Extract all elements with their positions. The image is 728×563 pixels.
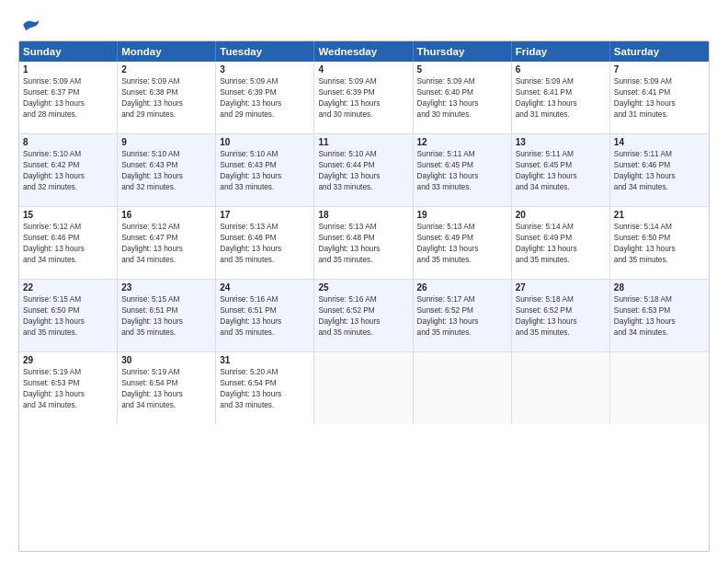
day-number: 7: [614, 64, 705, 75]
calendar-cell: 18Sunrise: 5:13 AM Sunset: 6:48 PM Dayli…: [314, 207, 413, 279]
day-number: 24: [220, 282, 310, 293]
calendar-cell: 2Sunrise: 5:09 AM Sunset: 6:38 PM Daylig…: [118, 62, 216, 133]
calendar-header-day: Sunday: [19, 41, 118, 62]
day-number: 4: [318, 64, 408, 75]
calendar-cell-empty: [414, 352, 512, 424]
day-number: 20: [516, 210, 606, 220]
calendar-cell: 30Sunrise: 5:19 AM Sunset: 6:54 PM Dayli…: [118, 352, 216, 424]
calendar-cell: 28Sunrise: 5:18 AM Sunset: 6:53 PM Dayli…: [610, 280, 709, 351]
calendar-cell: 7Sunrise: 5:09 AM Sunset: 6:41 PM Daylig…: [610, 62, 709, 133]
header: [18, 17, 710, 33]
day-number: 15: [23, 210, 113, 220]
day-number: 30: [121, 355, 211, 365]
day-number: 10: [220, 137, 310, 147]
calendar-cell: 16Sunrise: 5:12 AM Sunset: 6:47 PM Dayli…: [118, 207, 216, 279]
calendar-cell: 29Sunrise: 5:19 AM Sunset: 6:53 PM Dayli…: [19, 352, 118, 424]
calendar-cell: 12Sunrise: 5:11 AM Sunset: 6:45 PM Dayli…: [414, 134, 512, 206]
day-number: 14: [614, 137, 705, 147]
day-info: Sunrise: 5:13 AM Sunset: 6:48 PM Dayligh…: [220, 221, 310, 265]
day-number: 13: [516, 137, 606, 147]
day-number: 29: [23, 355, 113, 365]
calendar-body: 1Sunrise: 5:09 AM Sunset: 6:37 PM Daylig…: [19, 62, 709, 424]
day-info: Sunrise: 5:12 AM Sunset: 6:46 PM Dayligh…: [23, 221, 113, 265]
page: SundayMondayTuesdayWednesdayThursdayFrid…: [0, 0, 728, 563]
day-number: 22: [23, 282, 113, 293]
day-number: 3: [220, 64, 310, 75]
calendar-cell: 31Sunrise: 5:20 AM Sunset: 6:54 PM Dayli…: [216, 352, 314, 424]
logo: [18, 17, 40, 33]
day-number: 11: [318, 137, 408, 147]
day-info: Sunrise: 5:13 AM Sunset: 6:48 PM Dayligh…: [318, 221, 408, 265]
calendar-week-row: 15Sunrise: 5:12 AM Sunset: 6:46 PM Dayli…: [19, 207, 709, 280]
day-number: 12: [417, 137, 507, 147]
day-info: Sunrise: 5:11 AM Sunset: 6:46 PM Dayligh…: [614, 148, 705, 192]
day-info: Sunrise: 5:09 AM Sunset: 6:37 PM Dayligh…: [23, 75, 113, 120]
calendar-header: SundayMondayTuesdayWednesdayThursdayFrid…: [19, 41, 709, 62]
day-info: Sunrise: 5:09 AM Sunset: 6:39 PM Dayligh…: [318, 75, 408, 120]
day-info: Sunrise: 5:14 AM Sunset: 6:50 PM Dayligh…: [614, 221, 705, 265]
calendar-header-day: Tuesday: [216, 41, 314, 62]
calendar-cell: 19Sunrise: 5:13 AM Sunset: 6:49 PM Dayli…: [414, 207, 512, 279]
day-number: 21: [614, 210, 705, 220]
calendar-cell-empty: [512, 352, 610, 424]
day-number: 25: [318, 282, 408, 293]
calendar-cell-empty: [314, 352, 413, 424]
calendar-header-day: Thursday: [414, 41, 512, 62]
calendar-week-row: 29Sunrise: 5:19 AM Sunset: 6:53 PM Dayli…: [19, 352, 709, 424]
day-info: Sunrise: 5:09 AM Sunset: 6:41 PM Dayligh…: [516, 75, 606, 120]
day-info: Sunrise: 5:20 AM Sunset: 6:54 PM Dayligh…: [220, 366, 310, 410]
day-number: 28: [614, 282, 705, 293]
day-number: 6: [516, 64, 606, 75]
day-info: Sunrise: 5:10 AM Sunset: 6:42 PM Dayligh…: [23, 148, 113, 192]
day-number: 18: [318, 210, 408, 220]
day-number: 23: [121, 282, 211, 293]
day-number: 2: [121, 64, 211, 75]
calendar-cell: 5Sunrise: 5:09 AM Sunset: 6:40 PM Daylig…: [414, 62, 512, 133]
day-number: 8: [23, 137, 113, 147]
calendar-cell: 3Sunrise: 5:09 AM Sunset: 6:39 PM Daylig…: [216, 62, 314, 133]
calendar-cell: 27Sunrise: 5:18 AM Sunset: 6:52 PM Dayli…: [512, 280, 610, 351]
calendar-cell: 11Sunrise: 5:10 AM Sunset: 6:44 PM Dayli…: [314, 134, 413, 206]
day-info: Sunrise: 5:12 AM Sunset: 6:47 PM Dayligh…: [121, 221, 211, 265]
day-info: Sunrise: 5:10 AM Sunset: 6:44 PM Dayligh…: [318, 148, 408, 192]
day-number: 17: [220, 210, 310, 220]
calendar-header-day: Friday: [512, 41, 610, 62]
calendar-cell: 9Sunrise: 5:10 AM Sunset: 6:43 PM Daylig…: [118, 134, 216, 206]
day-info: Sunrise: 5:16 AM Sunset: 6:51 PM Dayligh…: [220, 293, 310, 338]
calendar-cell: 10Sunrise: 5:10 AM Sunset: 6:43 PM Dayli…: [216, 134, 314, 206]
calendar-cell: 14Sunrise: 5:11 AM Sunset: 6:46 PM Dayli…: [610, 134, 709, 206]
calendar-cell: 26Sunrise: 5:17 AM Sunset: 6:52 PM Dayli…: [414, 280, 512, 351]
day-info: Sunrise: 5:17 AM Sunset: 6:52 PM Dayligh…: [417, 293, 507, 338]
day-info: Sunrise: 5:11 AM Sunset: 6:45 PM Dayligh…: [417, 148, 507, 192]
calendar: SundayMondayTuesdayWednesdayThursdayFrid…: [18, 40, 710, 552]
day-info: Sunrise: 5:11 AM Sunset: 6:45 PM Dayligh…: [516, 148, 606, 192]
calendar-header-day: Monday: [118, 41, 216, 62]
calendar-cell: 13Sunrise: 5:11 AM Sunset: 6:45 PM Dayli…: [512, 134, 610, 206]
calendar-cell: 21Sunrise: 5:14 AM Sunset: 6:50 PM Dayli…: [610, 207, 709, 279]
logo-text: [18, 17, 40, 33]
calendar-cell: 25Sunrise: 5:16 AM Sunset: 6:52 PM Dayli…: [314, 280, 413, 351]
calendar-cell: 15Sunrise: 5:12 AM Sunset: 6:46 PM Dayli…: [19, 207, 118, 279]
calendar-week-row: 22Sunrise: 5:15 AM Sunset: 6:50 PM Dayli…: [19, 280, 709, 352]
calendar-cell: 17Sunrise: 5:13 AM Sunset: 6:48 PM Dayli…: [216, 207, 314, 279]
day-info: Sunrise: 5:10 AM Sunset: 6:43 PM Dayligh…: [220, 148, 310, 192]
calendar-week-row: 1Sunrise: 5:09 AM Sunset: 6:37 PM Daylig…: [19, 62, 709, 134]
calendar-cell: 8Sunrise: 5:10 AM Sunset: 6:42 PM Daylig…: [19, 134, 118, 206]
day-number: 16: [121, 210, 211, 220]
day-info: Sunrise: 5:18 AM Sunset: 6:52 PM Dayligh…: [516, 293, 606, 338]
calendar-cell: 20Sunrise: 5:14 AM Sunset: 6:49 PM Dayli…: [512, 207, 610, 279]
day-info: Sunrise: 5:14 AM Sunset: 6:49 PM Dayligh…: [516, 221, 606, 265]
calendar-cell: 23Sunrise: 5:15 AM Sunset: 6:51 PM Dayli…: [118, 280, 216, 351]
day-info: Sunrise: 5:13 AM Sunset: 6:49 PM Dayligh…: [417, 221, 507, 265]
day-info: Sunrise: 5:15 AM Sunset: 6:50 PM Dayligh…: [23, 293, 113, 338]
calendar-cell: 24Sunrise: 5:16 AM Sunset: 6:51 PM Dayli…: [216, 280, 314, 351]
calendar-cell-empty: [610, 352, 709, 424]
day-info: Sunrise: 5:16 AM Sunset: 6:52 PM Dayligh…: [318, 293, 408, 338]
day-info: Sunrise: 5:15 AM Sunset: 6:51 PM Dayligh…: [121, 293, 211, 338]
calendar-header-day: Saturday: [610, 41, 709, 62]
calendar-cell: 1Sunrise: 5:09 AM Sunset: 6:37 PM Daylig…: [19, 62, 118, 133]
calendar-header-day: Wednesday: [314, 41, 413, 62]
day-number: 5: [417, 64, 507, 75]
calendar-week-row: 8Sunrise: 5:10 AM Sunset: 6:42 PM Daylig…: [19, 134, 709, 207]
day-number: 9: [121, 137, 211, 147]
